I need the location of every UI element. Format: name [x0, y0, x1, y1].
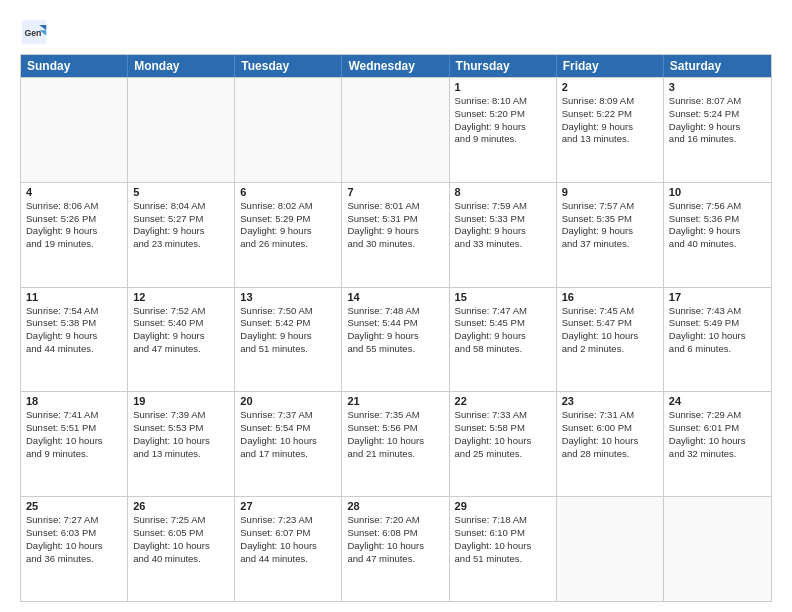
day-number: 27 — [240, 500, 336, 512]
calendar-cell: 12Sunrise: 7:52 AM Sunset: 5:40 PM Dayli… — [128, 288, 235, 392]
day-info: Sunrise: 7:41 AM Sunset: 5:51 PM Dayligh… — [26, 409, 122, 460]
header-day-sunday: Sunday — [21, 55, 128, 77]
calendar-cell — [235, 78, 342, 182]
day-info: Sunrise: 7:18 AM Sunset: 6:10 PM Dayligh… — [455, 514, 551, 565]
day-number: 17 — [669, 291, 766, 303]
day-number: 19 — [133, 395, 229, 407]
calendar-week-4: 18Sunrise: 7:41 AM Sunset: 5:51 PM Dayli… — [21, 391, 771, 496]
calendar-cell: 2Sunrise: 8:09 AM Sunset: 5:22 PM Daylig… — [557, 78, 664, 182]
day-number: 8 — [455, 186, 551, 198]
calendar-cell: 3Sunrise: 8:07 AM Sunset: 5:24 PM Daylig… — [664, 78, 771, 182]
day-info: Sunrise: 8:01 AM Sunset: 5:31 PM Dayligh… — [347, 200, 443, 251]
day-info: Sunrise: 7:45 AM Sunset: 5:47 PM Dayligh… — [562, 305, 658, 356]
calendar-body: 1Sunrise: 8:10 AM Sunset: 5:20 PM Daylig… — [21, 77, 771, 601]
calendar-week-3: 11Sunrise: 7:54 AM Sunset: 5:38 PM Dayli… — [21, 287, 771, 392]
day-number: 14 — [347, 291, 443, 303]
calendar-cell — [128, 78, 235, 182]
day-info: Sunrise: 7:48 AM Sunset: 5:44 PM Dayligh… — [347, 305, 443, 356]
calendar-cell: 19Sunrise: 7:39 AM Sunset: 5:53 PM Dayli… — [128, 392, 235, 496]
day-info: Sunrise: 7:35 AM Sunset: 5:56 PM Dayligh… — [347, 409, 443, 460]
day-number: 1 — [455, 81, 551, 93]
day-number: 26 — [133, 500, 229, 512]
calendar-week-2: 4Sunrise: 8:06 AM Sunset: 5:26 PM Daylig… — [21, 182, 771, 287]
day-info: Sunrise: 7:29 AM Sunset: 6:01 PM Dayligh… — [669, 409, 766, 460]
day-info: Sunrise: 7:43 AM Sunset: 5:49 PM Dayligh… — [669, 305, 766, 356]
day-number: 22 — [455, 395, 551, 407]
calendar-cell: 26Sunrise: 7:25 AM Sunset: 6:05 PM Dayli… — [128, 497, 235, 601]
day-number: 9 — [562, 186, 658, 198]
calendar-week-5: 25Sunrise: 7:27 AM Sunset: 6:03 PM Dayli… — [21, 496, 771, 601]
day-info: Sunrise: 7:50 AM Sunset: 5:42 PM Dayligh… — [240, 305, 336, 356]
day-info: Sunrise: 7:25 AM Sunset: 6:05 PM Dayligh… — [133, 514, 229, 565]
svg-text:Gen: Gen — [24, 28, 41, 38]
day-number: 5 — [133, 186, 229, 198]
day-info: Sunrise: 7:31 AM Sunset: 6:00 PM Dayligh… — [562, 409, 658, 460]
day-number: 3 — [669, 81, 766, 93]
day-number: 21 — [347, 395, 443, 407]
calendar-cell: 20Sunrise: 7:37 AM Sunset: 5:54 PM Dayli… — [235, 392, 342, 496]
day-info: Sunrise: 7:20 AM Sunset: 6:08 PM Dayligh… — [347, 514, 443, 565]
day-number: 15 — [455, 291, 551, 303]
calendar-cell: 4Sunrise: 8:06 AM Sunset: 5:26 PM Daylig… — [21, 183, 128, 287]
calendar-cell — [342, 78, 449, 182]
calendar-cell: 13Sunrise: 7:50 AM Sunset: 5:42 PM Dayli… — [235, 288, 342, 392]
day-info: Sunrise: 8:10 AM Sunset: 5:20 PM Dayligh… — [455, 95, 551, 146]
day-info: Sunrise: 8:02 AM Sunset: 5:29 PM Dayligh… — [240, 200, 336, 251]
day-info: Sunrise: 7:27 AM Sunset: 6:03 PM Dayligh… — [26, 514, 122, 565]
day-number: 7 — [347, 186, 443, 198]
day-number: 25 — [26, 500, 122, 512]
day-info: Sunrise: 7:23 AM Sunset: 6:07 PM Dayligh… — [240, 514, 336, 565]
day-number: 29 — [455, 500, 551, 512]
day-info: Sunrise: 8:06 AM Sunset: 5:26 PM Dayligh… — [26, 200, 122, 251]
day-info: Sunrise: 7:56 AM Sunset: 5:36 PM Dayligh… — [669, 200, 766, 251]
calendar-cell: 27Sunrise: 7:23 AM Sunset: 6:07 PM Dayli… — [235, 497, 342, 601]
day-info: Sunrise: 7:59 AM Sunset: 5:33 PM Dayligh… — [455, 200, 551, 251]
day-number: 28 — [347, 500, 443, 512]
day-number: 16 — [562, 291, 658, 303]
day-number: 23 — [562, 395, 658, 407]
calendar-cell: 17Sunrise: 7:43 AM Sunset: 5:49 PM Dayli… — [664, 288, 771, 392]
day-info: Sunrise: 7:37 AM Sunset: 5:54 PM Dayligh… — [240, 409, 336, 460]
calendar-cell: 6Sunrise: 8:02 AM Sunset: 5:29 PM Daylig… — [235, 183, 342, 287]
calendar-cell: 5Sunrise: 8:04 AM Sunset: 5:27 PM Daylig… — [128, 183, 235, 287]
calendar-cell: 16Sunrise: 7:45 AM Sunset: 5:47 PM Dayli… — [557, 288, 664, 392]
calendar-cell — [21, 78, 128, 182]
day-number: 13 — [240, 291, 336, 303]
header-day-thursday: Thursday — [450, 55, 557, 77]
day-number: 4 — [26, 186, 122, 198]
calendar-cell: 11Sunrise: 7:54 AM Sunset: 5:38 PM Dayli… — [21, 288, 128, 392]
day-number: 18 — [26, 395, 122, 407]
calendar-cell: 23Sunrise: 7:31 AM Sunset: 6:00 PM Dayli… — [557, 392, 664, 496]
calendar-cell — [664, 497, 771, 601]
calendar-cell: 22Sunrise: 7:33 AM Sunset: 5:58 PM Dayli… — [450, 392, 557, 496]
calendar-cell: 9Sunrise: 7:57 AM Sunset: 5:35 PM Daylig… — [557, 183, 664, 287]
calendar-cell: 28Sunrise: 7:20 AM Sunset: 6:08 PM Dayli… — [342, 497, 449, 601]
calendar-cell: 10Sunrise: 7:56 AM Sunset: 5:36 PM Dayli… — [664, 183, 771, 287]
calendar-cell: 24Sunrise: 7:29 AM Sunset: 6:01 PM Dayli… — [664, 392, 771, 496]
day-number: 10 — [669, 186, 766, 198]
calendar-cell: 14Sunrise: 7:48 AM Sunset: 5:44 PM Dayli… — [342, 288, 449, 392]
calendar-cell: 15Sunrise: 7:47 AM Sunset: 5:45 PM Dayli… — [450, 288, 557, 392]
calendar-cell: 25Sunrise: 7:27 AM Sunset: 6:03 PM Dayli… — [21, 497, 128, 601]
day-number: 24 — [669, 395, 766, 407]
day-info: Sunrise: 7:47 AM Sunset: 5:45 PM Dayligh… — [455, 305, 551, 356]
header-day-tuesday: Tuesday — [235, 55, 342, 77]
day-number: 2 — [562, 81, 658, 93]
page: Gen SundayMondayTuesdayWednesdayThursday… — [0, 0, 792, 612]
day-info: Sunrise: 8:09 AM Sunset: 5:22 PM Dayligh… — [562, 95, 658, 146]
calendar-cell — [557, 497, 664, 601]
day-number: 11 — [26, 291, 122, 303]
calendar-cell: 21Sunrise: 7:35 AM Sunset: 5:56 PM Dayli… — [342, 392, 449, 496]
day-info: Sunrise: 7:39 AM Sunset: 5:53 PM Dayligh… — [133, 409, 229, 460]
calendar-cell: 18Sunrise: 7:41 AM Sunset: 5:51 PM Dayli… — [21, 392, 128, 496]
header-day-monday: Monday — [128, 55, 235, 77]
day-number: 12 — [133, 291, 229, 303]
calendar-cell: 8Sunrise: 7:59 AM Sunset: 5:33 PM Daylig… — [450, 183, 557, 287]
header: Gen — [20, 18, 772, 46]
header-day-friday: Friday — [557, 55, 664, 77]
day-info: Sunrise: 8:07 AM Sunset: 5:24 PM Dayligh… — [669, 95, 766, 146]
calendar-cell: 1Sunrise: 8:10 AM Sunset: 5:20 PM Daylig… — [450, 78, 557, 182]
day-info: Sunrise: 7:52 AM Sunset: 5:40 PM Dayligh… — [133, 305, 229, 356]
day-info: Sunrise: 8:04 AM Sunset: 5:27 PM Dayligh… — [133, 200, 229, 251]
calendar: SundayMondayTuesdayWednesdayThursdayFrid… — [20, 54, 772, 602]
